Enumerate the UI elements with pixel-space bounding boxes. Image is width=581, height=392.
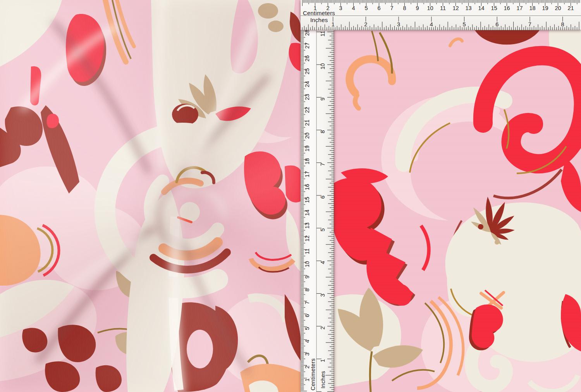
ruler-number: 4 [320,261,326,264]
ruler-number: 10 [320,63,326,69]
ruler-number: 12 [304,235,310,241]
ruler-number: 6 [320,195,326,199]
horizontal-ruler-scale: 1234567891011121314151617181920211234567… [301,0,581,30]
ruler-number: 17 [516,5,523,11]
ruler-number: 14 [478,5,484,11]
ruler-number: 7 [320,163,326,166]
ruler-number: 3 [304,353,310,356]
ruler-number: 16 [304,184,310,190]
ruler-number: 11 [320,31,326,36]
vertical-inches-label: Inches [320,371,326,389]
ruler-number: 8 [403,5,406,11]
ruler-number: 10 [427,5,433,11]
ruler-number: 24 [304,81,310,87]
ruler-number: 17 [304,171,310,177]
ruler-number: 27 [304,43,310,49]
ruler-number: 28 [304,29,310,36]
ruler-number: 9 [416,5,419,11]
ruler-number: 15 [304,197,310,203]
vertical-ruler-scale: 1234567891011121314151617181920212223242… [301,0,334,392]
horizontal-inches-label: Inches [310,17,328,23]
ruler-number: 16 [504,5,510,11]
ruler-number: 5 [462,21,466,27]
ruler-number: 21 [567,5,574,11]
fabric-listing-photo: 1234567891011121314151617181920212223242… [0,0,581,392]
ruler-number: 23 [304,94,310,100]
ruler-number: 8 [320,130,326,133]
vertical-ruler: 1234567891011121314151617181920212223242… [301,0,334,392]
ruler-number: 6 [495,21,498,27]
ruler-number: 13 [304,223,310,229]
horizontal-ruler: 1234567891011121314151617181920211234567… [301,0,581,30]
ruler-number: 3 [320,294,326,297]
ruler-number: 20 [304,132,310,139]
ruler-number: 6 [377,5,380,11]
ruler-number: 7 [528,21,531,27]
ruler-number: 19 [304,146,310,152]
ruler-number: 19 [542,5,548,11]
ruler-number: 25 [304,68,310,74]
ruler-number: 12 [452,5,459,11]
ruler-number: 10 [304,261,310,267]
ruler-number: 6 [304,314,310,317]
ruler-number: 4 [352,5,355,11]
draped-fabric-photo [0,0,301,392]
ruler-number: 8 [304,288,310,291]
vertical-centimeters-label: Centimeters [310,358,316,390]
ruler-number: 4 [430,21,433,27]
ruler-number: 11 [440,5,446,11]
ruler-number: 7 [304,301,310,304]
ruler-number: 5 [320,228,326,231]
ruler-number: 3 [397,21,400,27]
ruler-number: 5 [364,5,368,11]
ruler-number: 4 [304,340,310,343]
ruler-number: 5 [304,327,310,330]
ruler-number: 15 [491,5,497,11]
ruler-number: 1 [320,359,326,362]
ruler-number: 18 [304,158,310,164]
ruler-number: 18 [529,5,535,11]
ruler-number: 1 [332,21,335,27]
ruler-number: 14 [304,210,310,216]
ruler-number: 9 [304,276,310,279]
ruler-number: 20 [555,5,561,11]
ruler-number: 13 [465,5,471,11]
ruler-number: 11 [304,248,310,254]
ruler-number: 9 [320,98,326,101]
ruler-number: 2 [320,326,326,329]
ruler-number: 2 [364,21,367,27]
ruler-number: 3 [339,5,342,11]
ruler-number: 8 [561,21,564,27]
horizontal-centimeters-label: Centimeters [303,10,335,16]
ruler-number: 26 [304,55,310,62]
ruler-number: 21 [304,120,310,126]
flat-fabric-swatch [334,30,581,392]
ruler-number: 22 [304,107,310,113]
ruler-number: 7 [390,5,393,11]
